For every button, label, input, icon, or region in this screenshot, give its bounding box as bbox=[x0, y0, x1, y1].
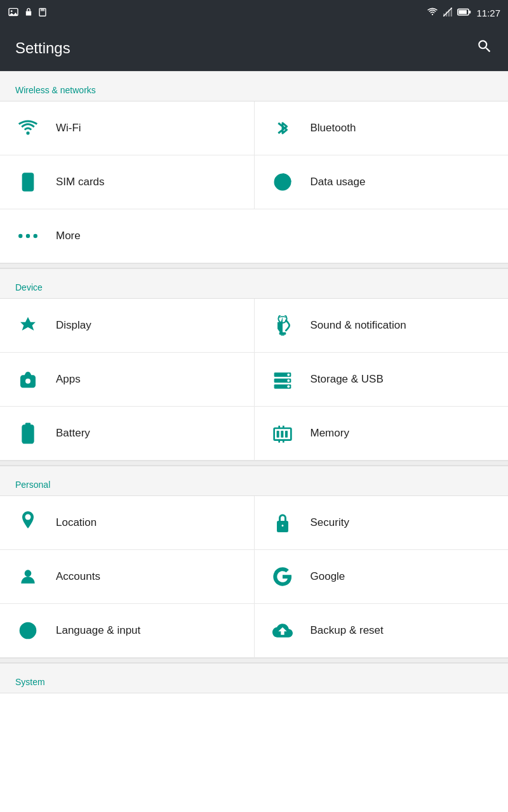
app-title: Settings bbox=[15, 39, 70, 57]
memory-icon bbox=[270, 421, 295, 446]
personal-system-divider bbox=[0, 658, 508, 663]
status-time: 11:27 bbox=[476, 8, 500, 18]
data-usage-label: Data usage bbox=[311, 176, 366, 188]
battery-item[interactable]: Battery bbox=[0, 407, 255, 460]
search-button[interactable] bbox=[476, 38, 493, 58]
language-item[interactable]: Language & input bbox=[0, 604, 255, 657]
more-row: More bbox=[0, 209, 508, 263]
svg-rect-14 bbox=[469, 10, 471, 13]
accounts-item[interactable]: Accounts bbox=[0, 550, 255, 603]
language-backup-row: Language & input Backup & reset bbox=[0, 604, 508, 658]
svg-point-25 bbox=[25, 379, 30, 384]
status-bar-left-icons bbox=[8, 6, 47, 20]
display-label: Display bbox=[56, 319, 91, 332]
svg-point-30 bbox=[287, 379, 290, 382]
svg-point-31 bbox=[287, 385, 290, 388]
svg-rect-2 bbox=[26, 11, 31, 15]
wireless-section: Wi-Fi Bluetooth SIM cards Data usage bbox=[0, 102, 508, 263]
battery-memory-row: Battery Memory bbox=[0, 407, 508, 461]
data-usage-item[interactable]: Data usage bbox=[255, 155, 509, 209]
lock-icon bbox=[24, 6, 33, 20]
svg-point-45 bbox=[281, 524, 284, 528]
bluetooth-icon bbox=[270, 115, 295, 141]
svg-rect-38 bbox=[285, 431, 288, 438]
sound-item[interactable]: Sound & notification bbox=[255, 299, 509, 352]
sim-cards-item[interactable]: SIM cards bbox=[0, 155, 255, 209]
svg-point-29 bbox=[287, 374, 290, 376]
display-item[interactable]: Display bbox=[0, 299, 255, 352]
app-bar: Settings bbox=[0, 25, 508, 71]
language-label: Language & input bbox=[56, 624, 140, 637]
location-item[interactable]: Location bbox=[0, 496, 255, 549]
system-section-header: System bbox=[0, 663, 508, 693]
svg-rect-13 bbox=[459, 10, 467, 13]
device-header-text: Device bbox=[15, 282, 43, 292]
wifi-status-icon bbox=[427, 8, 438, 18]
google-label: Google bbox=[311, 570, 345, 583]
battery-label: Battery bbox=[56, 427, 90, 440]
wireless-header-text: Wireless & networks bbox=[15, 85, 96, 95]
security-icon bbox=[270, 510, 295, 535]
bluetooth-label: Bluetooth bbox=[311, 122, 356, 134]
sound-icon bbox=[270, 313, 295, 338]
memory-item[interactable]: Memory bbox=[255, 407, 509, 460]
wifi-bluetooth-row: Wi-Fi Bluetooth bbox=[0, 102, 508, 155]
svg-point-20 bbox=[26, 234, 30, 238]
display-sound-row: Display Sound & notification bbox=[0, 299, 508, 353]
storage-icon bbox=[270, 367, 295, 392]
sim-label: SIM cards bbox=[56, 176, 105, 188]
sound-label: Sound & notification bbox=[311, 319, 406, 332]
system-header-text: System bbox=[15, 677, 45, 687]
accounts-icon bbox=[15, 564, 41, 589]
backup-icon bbox=[270, 618, 295, 643]
wifi-item[interactable]: Wi-Fi bbox=[0, 102, 255, 155]
status-bar: 11:27 bbox=[0, 0, 508, 25]
svg-rect-33 bbox=[25, 422, 30, 425]
apps-storage-row: Apps Storage & USB bbox=[0, 353, 508, 407]
svg-rect-17 bbox=[25, 178, 32, 187]
accounts-google-row: Accounts Google bbox=[0, 550, 508, 604]
battery-status-icon bbox=[457, 8, 471, 18]
svg-rect-36 bbox=[276, 431, 279, 438]
wifi-label: Wi-Fi bbox=[56, 122, 81, 134]
wireless-device-divider bbox=[0, 263, 508, 268]
storage-item[interactable]: Storage & USB bbox=[255, 353, 509, 406]
data-usage-icon bbox=[270, 169, 295, 195]
svg-point-21 bbox=[34, 234, 37, 238]
personal-header-text: Personal bbox=[15, 480, 50, 490]
security-label: Security bbox=[311, 516, 349, 529]
system-section bbox=[0, 693, 508, 731]
svg-point-43 bbox=[25, 514, 31, 520]
apps-item[interactable]: Apps bbox=[0, 353, 255, 406]
storage-label: Storage & USB bbox=[311, 373, 384, 386]
location-icon bbox=[15, 510, 41, 535]
svg-rect-40 bbox=[283, 426, 284, 428]
more-item[interactable]: More bbox=[0, 209, 508, 263]
device-section: Display Sound & notification Apps Storag… bbox=[0, 299, 508, 461]
svg-rect-37 bbox=[281, 431, 283, 438]
language-icon bbox=[15, 618, 41, 643]
svg-rect-23 bbox=[279, 332, 286, 335]
google-item[interactable]: Google bbox=[255, 550, 509, 603]
google-icon bbox=[270, 564, 295, 589]
svg-point-46 bbox=[25, 570, 32, 577]
location-security-row: Location Security bbox=[0, 496, 508, 550]
personal-section-header: Personal bbox=[0, 466, 508, 496]
security-item[interactable]: Security bbox=[255, 496, 509, 549]
accounts-label: Accounts bbox=[56, 570, 100, 583]
backup-item[interactable]: Backup & reset bbox=[255, 604, 509, 657]
device-personal-divider bbox=[0, 461, 508, 466]
personal-section: Location Security Accounts Google bbox=[0, 496, 508, 658]
location-label: Location bbox=[56, 516, 97, 529]
wireless-section-header: Wireless & networks bbox=[0, 71, 508, 102]
memory-label: Memory bbox=[311, 427, 349, 440]
apps-label: Apps bbox=[56, 373, 81, 386]
bluetooth-item[interactable]: Bluetooth bbox=[255, 102, 509, 155]
more-label: More bbox=[56, 230, 81, 242]
svg-rect-34 bbox=[23, 427, 32, 439]
display-icon bbox=[15, 313, 41, 338]
sim-data-row: SIM cards Data usage bbox=[0, 155, 508, 209]
sim-icon bbox=[15, 169, 41, 195]
svg-rect-41 bbox=[278, 440, 280, 443]
backup-label: Backup & reset bbox=[311, 624, 384, 637]
